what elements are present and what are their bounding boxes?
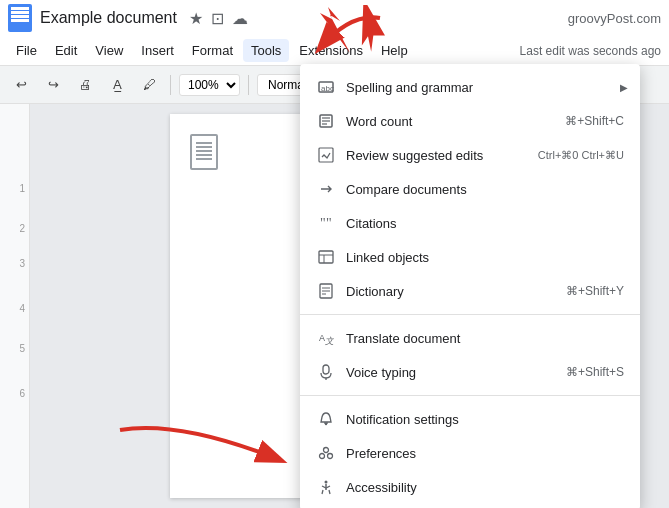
citations-icon: "" [316,213,336,233]
menu-item-compare[interactable]: Compare documents [300,172,640,206]
menu-format[interactable]: Format [184,39,241,62]
wordcount-shortcut: ⌘+Shift+C [565,114,624,128]
svg-text:文: 文 [325,336,334,346]
toolbar-separator-1 [170,75,171,95]
compare-icon [316,179,336,199]
drive-icon[interactable]: ⊡ [211,9,224,28]
wordcount-icon [316,111,336,131]
paint-format-button[interactable]: 🖊 [136,72,162,98]
menu-tools[interactable]: Tools [243,39,289,62]
svg-point-26 [328,454,333,459]
menu-file[interactable]: File [8,39,45,62]
voice-shortcut: ⌘+Shift+S [566,365,624,379]
menu-bar: File Edit View Insert Format Tools Exten… [0,36,669,66]
divider-1 [300,314,640,315]
ruler-left: 1 2 3 4 5 6 [0,104,30,508]
menu-item-voice[interactable]: Voice typing ⌘+Shift+S [300,355,640,389]
menu-view[interactable]: View [87,39,131,62]
menu-item-notifications[interactable]: Notification settings [300,402,640,436]
accessibility-label: Accessibility [346,480,624,495]
suggested-label: Review suggested edits [346,148,528,163]
svg-text:abc: abc [321,84,334,93]
menu-extensions[interactable]: Extensions [291,39,371,62]
svg-line-30 [329,490,330,494]
cloud-icon[interactable]: ☁ [232,9,248,28]
suggested-shortcut: Ctrl+⌘0 Ctrl+⌘U [538,149,624,162]
voice-icon [316,362,336,382]
title-icons: ★ ⊡ ☁ [189,9,248,28]
svg-text:": " [326,216,332,231]
linked-label: Linked objects [346,250,624,265]
menu-item-accessibility[interactable]: Accessibility [300,470,640,504]
line-num-5: 5 [0,344,29,354]
line-num-6: 6 [0,389,29,399]
menu-help[interactable]: Help [373,39,416,62]
spelling-icon: abc [316,77,336,97]
title-bar: Example document ★ ⊡ ☁ groovyPost.com [0,0,669,36]
spell-check-button[interactable]: A̲ [104,72,130,98]
menu-item-wordcount[interactable]: Word count ⌘+Shift+C [300,104,640,138]
divider-2 [300,395,640,396]
suggested-icon [316,145,336,165]
dictionary-icon [316,281,336,301]
menu-item-translate[interactable]: A文 Translate document [300,321,640,355]
dictionary-label: Dictionary [346,284,556,299]
menu-item-preferences[interactable]: Preferences [300,436,640,470]
zoom-select[interactable]: 100% [179,74,240,96]
doc-title: Example document [40,9,177,27]
doc-icon [8,4,32,32]
wordcount-label: Word count [346,114,555,129]
groovy-post-label: groovyPost.com [568,11,661,26]
menu-insert[interactable]: Insert [133,39,182,62]
tools-dropdown-menu[interactable]: abc Spelling and grammar Word count ⌘+Sh… [300,64,640,508]
redo-button[interactable]: ↪ [40,72,66,98]
svg-point-27 [325,481,328,484]
notifications-icon [316,409,336,429]
preferences-label: Preferences [346,446,624,461]
line-num-4: 4 [0,304,29,314]
line-num-3: 3 [0,259,29,269]
voice-label: Voice typing [346,365,556,380]
spelling-label: Spelling and grammar [346,80,624,95]
notifications-label: Notification settings [346,412,624,427]
menu-item-citations[interactable]: "" Citations [300,206,640,240]
svg-rect-11 [319,251,333,263]
undo-button[interactable]: ↩ [8,72,34,98]
linked-icon [316,247,336,267]
translate-icon: A文 [316,328,336,348]
compare-label: Compare documents [346,182,624,197]
svg-point-24 [324,448,329,453]
line-num-1: 1 [0,184,29,194]
print-button[interactable]: 🖨 [72,72,98,98]
translate-label: Translate document [346,331,624,346]
star-icon[interactable]: ★ [189,9,203,28]
svg-text:": " [320,216,326,231]
svg-rect-20 [323,365,329,374]
citations-label: Citations [346,216,624,231]
menu-item-suggested[interactable]: Review suggested edits Ctrl+⌘0 Ctrl+⌘U [300,138,640,172]
toolbar-separator-2 [248,75,249,95]
menu-item-linked[interactable]: Linked objects [300,240,640,274]
svg-point-23 [325,423,327,425]
menu-item-dictionary[interactable]: Dictionary ⌘+Shift+Y [300,274,640,308]
svg-point-25 [320,454,325,459]
page-content-icon [190,134,218,170]
preferences-icon [316,443,336,463]
accessibility-icon [316,477,336,497]
svg-line-29 [322,490,323,494]
last-edit-label: Last edit was seconds ago [520,44,661,58]
dictionary-shortcut: ⌘+Shift+Y [566,284,624,298]
line-num-2: 2 [0,224,29,234]
menu-item-spelling[interactable]: abc Spelling and grammar [300,70,640,104]
menu-edit[interactable]: Edit [47,39,85,62]
